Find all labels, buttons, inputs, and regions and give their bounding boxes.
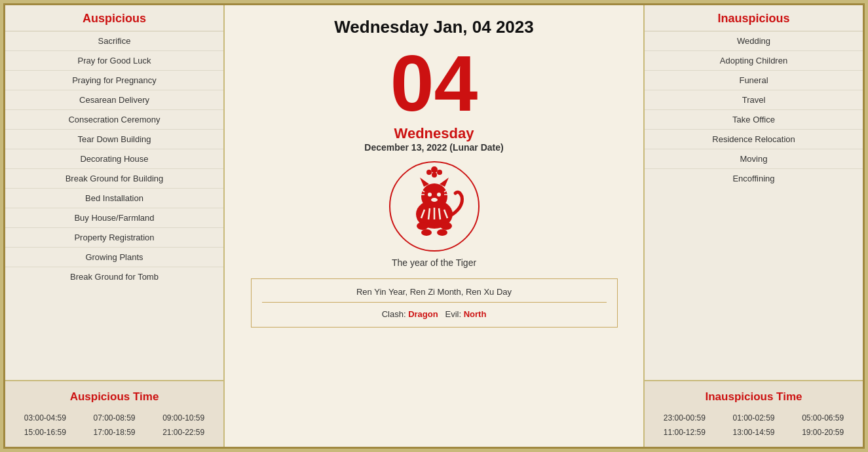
time-cell: 07:00-08:59 (80, 411, 149, 424)
list-item: Encoffining (645, 169, 863, 188)
list-item: Consecration Ceremony (5, 110, 223, 130)
info-box-top: Ren Yin Year, Ren Zi Month, Ren Xu Day (262, 287, 607, 303)
list-item: Travel (645, 90, 863, 110)
list-item: Praying for Pregnancy (5, 71, 223, 90)
list-item: Property Registration (5, 228, 223, 248)
auspicious-title: Auspicious (5, 5, 223, 31)
time-cell: 05:00-06:59 (788, 411, 858, 424)
lunar-date-label: (Lunar Date) (449, 142, 503, 153)
time-cell: 01:00-02:59 (719, 411, 789, 424)
list-item: Pray for Good Luck (5, 51, 223, 71)
list-item: Buy House/Farmland (5, 208, 223, 228)
clash-label: Clash: (382, 309, 406, 319)
evil-value: North (464, 309, 487, 319)
info-box: Ren Yin Year, Ren Zi Month, Ren Xu Day C… (251, 278, 618, 328)
svg-point-2 (421, 183, 447, 210)
inauspicious-time-section: Inauspicious Time 23:00-00:5901:00-02:59… (645, 381, 863, 447)
list-item: Tear Down Building (5, 130, 223, 149)
clash-value: Dragon (408, 309, 438, 319)
svg-point-18 (426, 170, 432, 175)
list-item: Decorating House (5, 149, 223, 169)
list-item: Break Ground for Building (5, 169, 223, 189)
time-cell: 17:00-18:59 (80, 426, 149, 439)
time-cell: 03:00-04:59 (10, 411, 80, 424)
info-box-bottom: Clash: Dragon Evil: North (262, 309, 607, 319)
lunar-date: December 13, 2022 (Lunar Date) (364, 142, 503, 153)
time-cell: 19:00-20:59 (788, 426, 858, 439)
svg-point-19 (437, 170, 442, 175)
center-panel: Wednesday Jan, 04 2023 04 Wednesday Dece… (225, 5, 643, 447)
svg-point-5 (428, 193, 432, 197)
svg-point-6 (437, 193, 441, 197)
auspicious-list: SacrificePray for Good LuckPraying for P… (5, 31, 223, 286)
tiger-zodiac-image (388, 160, 480, 252)
list-item: Bed Installation (5, 189, 223, 208)
list-item: Cesarean Delivery (5, 90, 223, 110)
date-header: Wednesday Jan, 04 2023 (334, 17, 533, 37)
svg-point-7 (431, 198, 438, 202)
svg-point-17 (431, 166, 438, 173)
day-name: Wednesday (394, 125, 474, 142)
svg-point-20 (432, 172, 437, 178)
list-item: Adopting Children (645, 51, 863, 71)
inauspicious-list: WeddingAdopting ChildrenFuneralTravelTak… (645, 31, 863, 188)
auspicious-time-title: Auspicious Time (5, 386, 223, 409)
list-item: Growing Plants (5, 248, 223, 267)
svg-point-13 (417, 222, 428, 230)
auspicious-time-section: Auspicious Time 03:00-04:5907:00-08:5909… (5, 381, 223, 447)
right-panel: Inauspicious WeddingAdopting ChildrenFun… (643, 5, 863, 447)
inauspicious-title: Inauspicious (645, 5, 863, 31)
time-cell: 13:00-14:59 (719, 426, 789, 439)
inauspicious-section: Inauspicious WeddingAdopting ChildrenFun… (645, 5, 863, 381)
list-item: Funeral (645, 71, 863, 90)
list-item: Sacrifice (5, 31, 223, 51)
svg-point-15 (421, 229, 432, 236)
main-container: Auspicious SacrificePray for Good LuckPr… (3, 3, 865, 449)
inauspicious-time-title: Inauspicious Time (645, 386, 863, 409)
list-item: Break Ground for Tomb (5, 267, 223, 286)
svg-point-16 (437, 229, 447, 236)
auspicious-section: Auspicious SacrificePray for Good LuckPr… (5, 5, 223, 381)
evil-label: Evil: (445, 309, 461, 319)
time-cell: 23:00-00:59 (650, 411, 719, 424)
left-panel: Auspicious SacrificePray for Good LuckPr… (5, 5, 225, 447)
time-cell: 15:00-16:59 (10, 426, 80, 439)
year-of-tiger: The year of the Tiger (392, 257, 476, 268)
list-item: Residence Relocation (645, 130, 863, 149)
list-item: Take Office (645, 110, 863, 130)
list-item: Wedding (645, 31, 863, 51)
time-cell: 11:00-12:59 (650, 426, 719, 439)
day-number: 04 (390, 44, 478, 122)
time-cell: 21:00-22:59 (149, 426, 218, 439)
list-item: Moving (645, 149, 863, 169)
lunar-date-value: December 13, 2022 (364, 142, 447, 153)
svg-point-14 (440, 222, 452, 230)
time-cell: 09:00-10:59 (149, 411, 218, 424)
inauspicious-time-grid: 23:00-00:5901:00-02:5905:00-06:5911:00-1… (645, 409, 863, 447)
auspicious-time-grid: 03:00-04:5907:00-08:5909:00-10:5915:00-1… (5, 409, 223, 447)
